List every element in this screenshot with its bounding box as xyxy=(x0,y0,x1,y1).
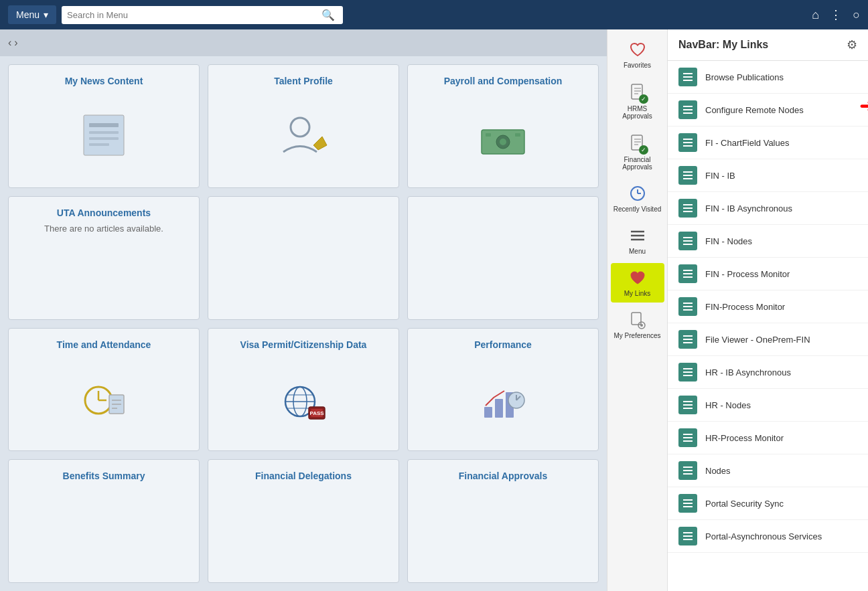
svg-text:PASS: PASS xyxy=(309,410,324,416)
svg-rect-94 xyxy=(683,539,693,540)
fin-ib-async-icon-box xyxy=(678,199,697,218)
sidebar-item-menu[interactable]: Menu xyxy=(611,221,664,260)
link-item-fi-chartfield[interactable]: FI - ChartField Values xyxy=(668,126,868,159)
svg-rect-64 xyxy=(683,211,693,212)
svg-rect-0 xyxy=(84,115,124,155)
tile-benefits-summary[interactable]: Benefits Summary xyxy=(8,459,200,583)
link-item-nodes[interactable]: Nodes xyxy=(668,454,868,487)
svg-rect-92 xyxy=(683,532,693,533)
svg-rect-74 xyxy=(683,335,693,337)
svg-rect-69 xyxy=(683,273,693,274)
sidebar-item-recently-visited[interactable]: Recently Visited xyxy=(611,179,664,218)
svg-rect-59 xyxy=(683,171,693,173)
link-item-configure-remote-nodes[interactable]: Configure Remote Nodes ➜ xyxy=(668,94,868,126)
browse-pub-icon-box xyxy=(678,68,697,86)
sidebar-panel: Favorites ✓ HRMS Approvals xyxy=(607,29,868,591)
content-nav: ‹ › xyxy=(0,29,607,56)
svg-rect-65 xyxy=(683,237,693,238)
tile-financial-approvals-main[interactable]: Financial Approvals xyxy=(407,459,599,583)
tile-icon-my-news-content xyxy=(77,94,131,177)
fin-nodes-icon-box xyxy=(678,232,697,250)
link-item-fin-process-monitor[interactable]: FIN - Process Monitor xyxy=(668,258,868,290)
hrms-approvals-label: HRMS Approvals xyxy=(613,105,662,120)
sidebar-item-financial-approvals[interactable]: ✓ Financial Approvals xyxy=(611,128,664,176)
link-item-portal-async-services[interactable]: Portal-Asynchronous Services xyxy=(668,520,868,553)
my-preferences-label: My Preferences xyxy=(613,332,660,339)
svg-rect-10 xyxy=(486,133,491,137)
nodes-icon-box xyxy=(678,461,697,480)
svg-rect-90 xyxy=(683,503,693,504)
svg-rect-62 xyxy=(683,204,693,205)
list-icon-15 xyxy=(682,531,693,541)
menu-nav-label: Menu xyxy=(629,248,646,255)
tile-icon-talent-profile xyxy=(277,94,330,177)
links-panel: NavBar: My Links ⚙ Browse Publications xyxy=(668,29,868,591)
link-item-fin-process-monitor2[interactable]: FIN-Process Monitor xyxy=(668,290,868,323)
svg-rect-89 xyxy=(683,499,693,501)
link-item-fin-nodes[interactable]: FIN - Nodes xyxy=(668,225,868,258)
svg-rect-68 xyxy=(683,270,693,271)
tile-icon-payroll-compensation xyxy=(476,94,530,177)
settings-button[interactable]: ⚙ xyxy=(847,37,857,52)
favorites-label: Favorites xyxy=(624,62,651,69)
link-item-browse-publications[interactable]: Browse Publications xyxy=(668,61,868,94)
search-input[interactable] xyxy=(67,10,321,20)
tile-time-attendance[interactable]: Time and Attendance xyxy=(8,328,200,452)
tile-visa-permit[interactable]: Visa Permit/Citizenship Data PASS xyxy=(208,328,399,452)
sidebar-item-my-preferences[interactable]: My Preferences xyxy=(611,305,664,345)
financial-approvals-nav-label: Financial Approvals xyxy=(613,156,662,171)
tile-title-benefits-summary: Benefits Summary xyxy=(63,471,145,481)
link-item-hr-ib-async[interactable]: HR - IB Asynchronous xyxy=(668,356,868,389)
hamburger-icon xyxy=(628,226,647,245)
svg-point-9 xyxy=(500,139,506,145)
tile-my-news-content[interactable]: My News Content xyxy=(8,64,200,188)
hr-pm-icon-box xyxy=(678,428,697,447)
svg-rect-67 xyxy=(683,244,693,245)
sidebar-item-favorites[interactable]: Favorites xyxy=(611,35,664,74)
configure-remote-icon-box xyxy=(678,100,697,119)
sidebar-item-hrms-approvals[interactable]: ✓ HRMS Approvals xyxy=(611,77,664,125)
more-icon[interactable]: ⋮ xyxy=(830,7,842,22)
content-area: ‹ › My News Content Talent Profil xyxy=(0,29,607,591)
search-button[interactable]: 🔍 xyxy=(321,9,335,21)
tile-talent-profile[interactable]: Talent Profile xyxy=(208,64,399,188)
tile-payroll-compensation[interactable]: Payroll and Compensation xyxy=(407,64,599,188)
link-item-hr-nodes[interactable]: HR - Nodes xyxy=(668,389,868,422)
fin-ib-label: FIN - IB xyxy=(705,171,735,181)
svg-rect-91 xyxy=(683,506,693,507)
announce-body: There are no articles available. xyxy=(19,224,188,234)
tiles-container: My News Content Talent Profile xyxy=(0,56,607,591)
nav-left-button[interactable]: ‹ xyxy=(8,37,11,49)
svg-rect-55 xyxy=(683,112,693,114)
link-item-hr-process-monitor[interactable]: HR-Process Monitor xyxy=(668,422,868,454)
tile-title-payroll-compensation: Payroll and Compensation xyxy=(444,76,563,86)
home-icon[interactable]: ⌂ xyxy=(812,8,819,22)
menu-button[interactable]: Menu ▾ xyxy=(8,5,56,24)
profile-icon[interactable]: ○ xyxy=(853,8,860,22)
tile-title-financial-delegations: Financial Delegations xyxy=(255,471,352,481)
link-item-file-viewer[interactable]: File Viewer - OnePrem-FIN xyxy=(668,323,868,356)
svg-rect-87 xyxy=(683,470,693,471)
nav-right-button[interactable]: › xyxy=(14,37,17,49)
link-item-fin-ib[interactable]: FIN - IB xyxy=(668,159,868,192)
sidebar-item-my-links[interactable]: My Links xyxy=(611,263,664,303)
tile-performance[interactable]: Performance xyxy=(407,328,599,452)
svg-rect-93 xyxy=(683,535,693,537)
red-arrow-indicator: ➜ xyxy=(859,95,868,117)
hr-ib-async-icon-box xyxy=(678,363,697,382)
financial-check-badge: ✓ xyxy=(639,145,648,155)
tile-uta-announcements: UTA Announcements There are no articles … xyxy=(8,196,200,320)
list-icon-3 xyxy=(682,137,693,148)
link-item-portal-security-sync[interactable]: Portal Security Sync xyxy=(668,487,868,520)
tile-financial-delegations[interactable]: Financial Delegations xyxy=(208,459,399,583)
svg-rect-28 xyxy=(495,399,503,418)
svg-rect-66 xyxy=(683,240,693,242)
search-bar: 🔍 xyxy=(62,6,343,24)
svg-rect-56 xyxy=(683,139,693,140)
link-item-fin-ib-async[interactable]: FIN - IB Asynchronous xyxy=(668,192,868,225)
tile-title-talent-profile: Talent Profile xyxy=(274,76,333,86)
doc-gear-icon xyxy=(628,311,647,329)
portal-async-icon-box xyxy=(678,527,697,545)
list-icon-13 xyxy=(682,465,693,476)
list-icon-14 xyxy=(682,498,693,509)
